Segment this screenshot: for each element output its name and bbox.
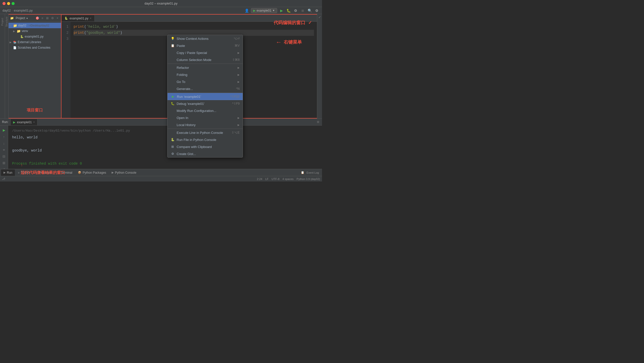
tree-label-example01: example01.py [25, 35, 44, 38]
run-tab-close[interactable]: × [33, 121, 35, 124]
window-controls[interactable] [3, 2, 15, 5]
statusbar-left: ⎇ [2, 177, 5, 180]
debug-button[interactable]: 🐛 [286, 8, 291, 13]
string-hello: 'hello, world' [86, 25, 116, 29]
search-button[interactable]: 🔍 [307, 8, 312, 13]
editor-tab-example01[interactable]: 🐍 example01.py × [61, 15, 95, 21]
menu-item-modify-run[interactable]: Modify Run Configuration... [168, 107, 243, 114]
run-tabs-bar: Run: ▶ example01 × ⚙ [0, 119, 322, 126]
dropdown-icon: ▼ [272, 9, 275, 12]
settings-button[interactable]: ⚙ [314, 8, 319, 13]
stop-button[interactable]: ⏹ [300, 8, 305, 13]
submenu-arrow-copy: ▶ [238, 51, 240, 54]
tree-item-example01[interactable]: 🐍 example01.py [9, 34, 61, 39]
tree-item-day02[interactable]: ▾ 📁 day02 ~/Desktop/day02 [9, 23, 61, 28]
expand-arrow-day02: ▾ [10, 24, 12, 27]
compare-icon: ⊞ [171, 145, 175, 149]
menu-item-goto[interactable]: Go To ▶ [168, 78, 243, 85]
keyword-print-2: print [74, 31, 84, 35]
run-toolbar-right: ⚙ [316, 120, 320, 124]
minimize-button[interactable] [7, 2, 10, 5]
run-output-goodbye: goodbye, world [12, 147, 318, 154]
menu-item-paste[interactable]: 📋 Paste ⌘V [168, 42, 243, 49]
annotation-arrow: ← [276, 39, 282, 46]
run-settings-icon[interactable]: ⚙ [316, 120, 320, 124]
settings-icon[interactable]: ⚙ [50, 16, 54, 20]
scratches-icon: 📄 [13, 46, 17, 49]
folder-icon-venv: 📁 [17, 29, 21, 33]
submenu-arrow-goto: ▶ [238, 80, 240, 83]
structure-strip: Structure [5, 14, 9, 118]
breadcrumb-day02[interactable]: day02 [3, 9, 11, 12]
run-scroll-up-icon[interactable]: ↑ [2, 134, 7, 139]
run-output-spacer2 [12, 154, 318, 160]
copy-icon [171, 51, 175, 55]
menu-item-create-gist[interactable]: ⚙ Create Gist... [168, 150, 243, 157]
run-config-label: example01 [256, 9, 271, 12]
run-play-icon[interactable]: ▶ [2, 128, 7, 133]
menu-item-run[interactable]: ▶ Run 'example01' ^⇧F10 [168, 93, 243, 100]
tree-path-day02: ~/Desktop/day02 [28, 24, 49, 27]
run-button[interactable]: ▶ [279, 8, 284, 13]
menu-item-show-context[interactable]: 💡 Show Context Actions ⌥⏎ [168, 35, 243, 42]
expand-all-icon[interactable]: ⊞ [45, 16, 49, 20]
separator-2 [168, 93, 243, 93]
menu-item-debug[interactable]: 🐛 Debug 'example01' ^⇧F9 [168, 100, 243, 107]
menu-item-execute-line[interactable]: Execute Line in Python Console ⇧⌥E [168, 129, 243, 136]
locate-file-icon[interactable]: 🎯 [35, 16, 39, 20]
menu-item-generate[interactable]: Generate... ^N [168, 85, 243, 92]
tab-filename: example01.py [70, 17, 88, 20]
project-tab-label[interactable]: Project [1, 18, 4, 26]
menu-item-folding[interactable]: Folding ▶ [168, 71, 243, 78]
coverage-button[interactable]: ⚙ [293, 8, 298, 13]
line-num-1: 1 [61, 24, 71, 30]
run-tab-name: example01 [17, 120, 32, 124]
submenu-arrow-openin: ▶ [238, 116, 240, 119]
run-wrap-icon[interactable]: ≡ [2, 147, 7, 152]
menu-item-copy-paste-special[interactable]: Copy / Paste Special ▶ [168, 49, 243, 56]
run-output-hello: hello, world [12, 134, 318, 141]
menu-item-column-selection[interactable]: Column Selection Mode ⇧⌘8 [168, 56, 243, 63]
tab-close-btn[interactable]: × [90, 17, 91, 20]
tree-item-scratches[interactable]: 📄 Scratches and Consoles [9, 45, 61, 50]
breadcrumb-file[interactable]: example01.py [14, 9, 33, 12]
run-tab-icon: ▶ [13, 120, 15, 124]
left-sidebar-strip: Project [0, 14, 5, 118]
menu-item-open-in[interactable]: Open In ▶ [168, 114, 243, 121]
run-tab-label: Run: [2, 120, 8, 124]
run-arrow-indicator: ↑ [21, 162, 65, 169]
tree-item-external-libs[interactable]: ▶ 📚 External Libraries [9, 39, 61, 45]
rightclick-annotation: ← 右键菜单 [276, 39, 302, 46]
folder-icon-day02: 📁 [13, 24, 17, 27]
menu-item-compare-clipboard[interactable]: ⊞ Compare with Clipboard [168, 143, 243, 150]
tree-label-venv: venv [22, 29, 28, 33]
dropdown-chevron[interactable]: ▾ [26, 17, 28, 20]
menu-item-run-file-console[interactable]: 🐍 Run File in Python Console [168, 136, 243, 143]
line-numbers: 1 2 3 [61, 22, 71, 118]
breadcrumb: day02 › example01.py [3, 7, 33, 14]
close-panel-icon[interactable]: × [55, 16, 59, 20]
string-goodbye: "goodbye, world" [86, 31, 120, 35]
menu-item-refactor[interactable]: Refactor ▶ [168, 64, 243, 71]
keyword-print-1: print [74, 25, 84, 29]
close-button[interactable] [3, 2, 6, 5]
separator-1 [168, 64, 243, 64]
avatar-icon[interactable]: 👤 [244, 8, 249, 13]
tree-item-venv[interactable]: ▶ 📁 venv [9, 28, 61, 34]
right-strip: ✓ [317, 14, 322, 118]
editor-label: 代码编辑的窗口 ✓ [274, 20, 312, 26]
structure-label[interactable]: Structure [5, 17, 8, 27]
collapse-all-icon[interactable]: ≡ [40, 16, 44, 20]
run-config-selector[interactable]: ▶ example01 ▼ [251, 8, 277, 13]
menu-item-local-history[interactable]: Local History ▶ [168, 121, 243, 128]
debug-icon: 🐛 [171, 102, 175, 106]
run-filter-icon[interactable]: ⊟ [2, 154, 7, 159]
run-tree-icon[interactable]: ⊞ [2, 160, 7, 165]
run-scroll-down-icon[interactable]: ↓ [2, 141, 7, 146]
separator-3 [168, 129, 243, 129]
titlebar: day02 – example01.py [0, 0, 322, 7]
maximize-button[interactable] [12, 2, 15, 5]
gist-icon: ⚙ [171, 152, 175, 156]
run-tab-example01[interactable]: ▶ example01 × [10, 119, 38, 125]
tree-label-scratches: Scratches and Consoles [18, 46, 50, 49]
